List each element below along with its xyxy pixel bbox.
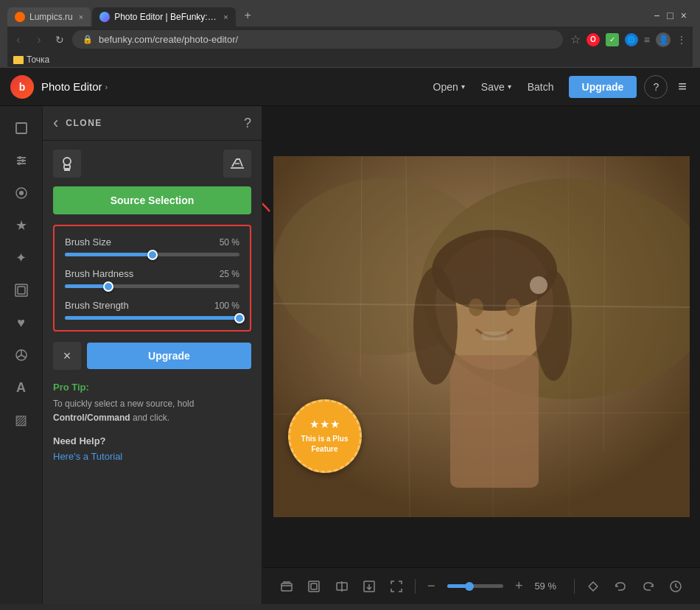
menu-save[interactable]: Save▾ — [474, 77, 519, 97]
app-title-caret: › — [105, 83, 108, 91]
close-button[interactable]: × — [681, 10, 687, 21]
zoom-minus-button[interactable]: − — [424, 578, 438, 594]
maximize-button[interactable]: □ — [667, 10, 673, 21]
plus-feature-badge: ★★★ This is a PlusFeature — [288, 399, 362, 473]
sidebar-icon-crop[interactable] — [7, 113, 36, 143]
bottom-separator-2 — [574, 579, 575, 594]
new-tab-button[interactable]: + — [237, 4, 259, 27]
sidebar-icon-frame[interactable] — [7, 276, 36, 305]
app-title-text: Photo Editor — [41, 80, 102, 93]
svg-point-6 — [18, 162, 21, 165]
layers-button[interactable] — [277, 575, 295, 597]
address-text: befunky.com/create/photo-editor/ — [99, 34, 238, 45]
zoom-plus-button[interactable]: + — [512, 578, 526, 594]
address-bar[interactable]: 🔒 befunky.com/create/photo-editor/ — [72, 30, 563, 49]
brush-strength-label: Brush Strength — [65, 300, 129, 311]
photo-wrapper: ★★★ This is a PlusFeature — [273, 156, 690, 517]
minimize-button[interactable]: − — [654, 10, 659, 21]
brush-size-slider[interactable] — [65, 253, 239, 256]
panel-help-button[interactable]: ? — [244, 116, 251, 131]
sidebar-icon-texture[interactable]: ▨ — [7, 405, 36, 435]
sidebar-icon-effects[interactable] — [7, 178, 36, 208]
panel-close-button[interactable]: × — [53, 342, 81, 370]
undo-button[interactable] — [612, 575, 630, 597]
brush-hardness-row: Brush Hardness 25 % — [65, 268, 239, 288]
tab2-close[interactable]: × — [223, 13, 228, 21]
opera-icon[interactable]: O — [587, 33, 600, 46]
browser-tab-lumpics[interactable]: Lumpics.ru × — [7, 7, 91, 27]
redo-button[interactable] — [639, 575, 657, 597]
panel-upgrade-button[interactable]: Upgrade — [87, 343, 251, 369]
app-logo: b — [10, 75, 34, 99]
panel: ‹ CLONE ? — [43, 106, 262, 604]
sidebar-icon-heart[interactable]: ♥ — [7, 308, 36, 337]
source-selection-button[interactable]: Source Selection — [53, 186, 251, 214]
need-help: Need Help? Here's a Tutorial — [43, 435, 262, 473]
svg-rect-39 — [281, 583, 292, 591]
history-button[interactable] — [667, 575, 685, 597]
reload-nav-button[interactable]: ↻ — [52, 32, 68, 48]
arrange-button[interactable] — [304, 575, 323, 597]
panel-upgrade-row: × Upgrade — [53, 342, 251, 370]
brush-strength-row: Brush Strength 100 % — [65, 300, 239, 320]
svg-rect-13 — [64, 165, 70, 169]
back-nav-button[interactable]: ‹ — [10, 32, 27, 48]
tab1-close[interactable]: × — [79, 13, 83, 21]
lock-icon: 🔒 — [83, 35, 93, 44]
sidebar-icon-sparkle[interactable]: ✦ — [7, 243, 36, 273]
brush-strength-slider[interactable] — [65, 316, 239, 320]
bookmark-item[interactable]: Точка — [27, 55, 49, 65]
panel-header: ‹ CLONE ? — [43, 106, 262, 141]
export-button[interactable] — [360, 575, 378, 597]
app-title: Photo Editor › — [41, 80, 108, 93]
menu-icon[interactable]: ≡ — [644, 34, 650, 46]
sidebar-icon-adjustments[interactable] — [7, 146, 36, 175]
browser-tab-befunky[interactable]: Photo Editor | BeFunky: Free Onl... × — [92, 7, 235, 27]
browser-chrome: Lumpics.ru × Photo Editor | BeFunky: Fre… — [0, 0, 700, 68]
help-button[interactable]: ? — [644, 75, 668, 99]
brush-hardness-label: Brush Hardness — [65, 268, 133, 279]
pro-tip-text: To quickly select a new source, hold Con… — [53, 397, 251, 425]
main-area: ★ ✦ ♥ A ▨ — [0, 106, 700, 604]
tutorial-link[interactable]: Here's a Tutorial — [53, 451, 122, 462]
profile-avatar[interactable]: 👤 — [656, 32, 671, 47]
zoom-slider[interactable] — [447, 584, 503, 588]
stamp-button[interactable] — [53, 150, 81, 178]
brush-hardness-value: 25 % — [220, 269, 239, 279]
fit-button[interactable] — [332, 575, 351, 597]
vpn-icon[interactable]: 🌐 — [625, 33, 638, 46]
sidebar-icon-text[interactable]: A — [7, 373, 36, 402]
bookmark-folder-icon — [13, 56, 24, 64]
menu-batch[interactable]: Batch — [520, 77, 561, 97]
topbar: b Photo Editor › Open▾ Save▾ Batch Upgra… — [0, 68, 700, 106]
panel-back-button[interactable]: ‹ — [53, 115, 58, 131]
panel-title: CLONE — [66, 118, 237, 128]
zoom-percent: 59 % — [534, 581, 565, 592]
bottom-separator-1 — [415, 579, 416, 594]
app: b Photo Editor › Open▾ Save▾ Batch Upgra… — [0, 68, 700, 604]
flip-button[interactable] — [584, 575, 602, 597]
fullscreen-button[interactable] — [388, 575, 406, 597]
brush-hardness-slider[interactable] — [65, 284, 239, 288]
pro-tip-title: Pro Tip: — [53, 382, 251, 393]
bottom-toolbar: − + 59 % — [262, 567, 700, 604]
star-icon[interactable]: ☆ — [570, 32, 581, 46]
svg-rect-42 — [309, 581, 319, 592]
shield-icon[interactable]: ✓ — [606, 33, 619, 46]
svg-point-12 — [63, 158, 71, 165]
sidebar-icon-star[interactable]: ★ — [7, 211, 36, 240]
tab2-label: Photo Editor | BeFunky: Free Onl... — [114, 12, 217, 22]
menu-open[interactable]: Open▾ — [426, 77, 472, 97]
erase-button[interactable] — [223, 150, 251, 178]
bookmark-bar: Точка — [7, 52, 693, 68]
svg-rect-0 — [16, 123, 27, 133]
need-help-title: Need Help? — [53, 435, 251, 446]
sidebar-icon-sticker[interactable] — [7, 340, 36, 370]
hamburger-menu[interactable]: ≡ — [675, 75, 690, 98]
upgrade-button[interactable]: Upgrade — [569, 76, 637, 98]
forward-nav-button[interactable]: › — [31, 32, 47, 48]
more-options-button[interactable]: ⋮ — [676, 34, 687, 46]
svg-point-8 — [19, 191, 24, 195]
svg-rect-10 — [18, 287, 25, 294]
brush-strength-value: 100 % — [214, 301, 239, 311]
